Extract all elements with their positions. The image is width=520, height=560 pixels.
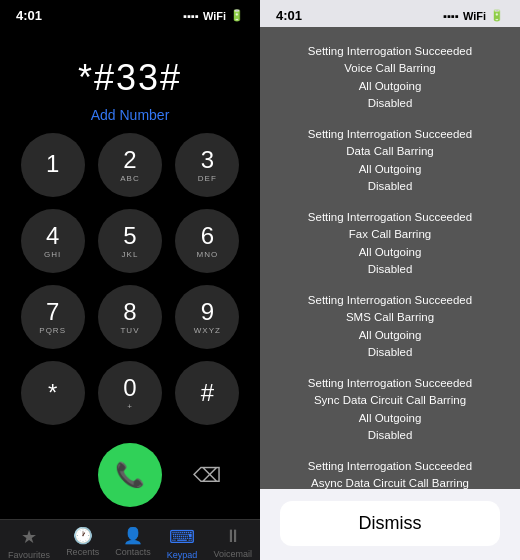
add-number-link[interactable]: Add Number <box>91 107 170 123</box>
call-button[interactable]: 📞 <box>98 443 162 507</box>
key-6[interactable]: 6 MNO <box>175 209 239 273</box>
right-signal-icon: ▪▪▪▪ <box>443 10 459 22</box>
key-7[interactable]: 7 PQRS <box>21 285 85 349</box>
dial-display: *#33# Add Number <box>0 27 260 123</box>
tab-contacts[interactable]: 👤 Contacts <box>115 526 151 560</box>
right-status-bar: 4:01 ▪▪▪▪ WiFi 🔋 <box>260 0 520 27</box>
delete-button[interactable]: ⌫ <box>187 455 227 495</box>
key-hash[interactable]: # <box>175 361 239 425</box>
dismiss-area: Dismiss <box>260 489 520 560</box>
keypad-icon: ⌨ <box>169 526 195 548</box>
right-wifi-icon: WiFi <box>463 10 486 22</box>
left-status-icons: ▪▪▪▪ WiFi 🔋 <box>183 9 244 22</box>
tab-favourites[interactable]: ★ Favourites <box>8 526 50 560</box>
message-5: Setting Interrogation SucceededSync Data… <box>270 375 510 444</box>
tab-bar: ★ Favourites 🕐 Recents 👤 Contacts ⌨ Keyp… <box>0 519 260 560</box>
message-6: Setting Interrogation SucceededAsync Dat… <box>270 458 510 489</box>
dismiss-button[interactable]: Dismiss <box>280 501 500 546</box>
star-icon: ★ <box>21 526 37 548</box>
left-status-bar: 4:01 ▪▪▪▪ WiFi 🔋 <box>0 0 260 27</box>
battery-icon: 🔋 <box>230 9 244 22</box>
key-0[interactable]: 0 + <box>98 361 162 425</box>
message-4: Setting Interrogation SucceededSMS Call … <box>270 292 510 361</box>
key-3[interactable]: 3 DEF <box>175 133 239 197</box>
message-1: Setting Interrogation SucceededVoice Cal… <box>270 43 510 112</box>
wifi-icon: WiFi <box>203 10 226 22</box>
right-status-icons: ▪▪▪▪ WiFi 🔋 <box>443 9 504 22</box>
backspace-icon: ⌫ <box>193 463 221 487</box>
person-icon: 👤 <box>123 526 143 545</box>
left-time: 4:01 <box>16 8 42 23</box>
voicemail-icon: ⏸ <box>224 526 242 547</box>
key-star[interactable]: * <box>21 361 85 425</box>
key-5[interactable]: 5 JKL <box>98 209 162 273</box>
signal-icon: ▪▪▪▪ <box>183 10 199 22</box>
left-panel: 4:01 ▪▪▪▪ WiFi 🔋 *#33# Add Number 1 2 AB… <box>0 0 260 560</box>
tab-keypad[interactable]: ⌨ Keypad <box>167 526 198 560</box>
message-3: Setting Interrogation SucceededFax Call … <box>270 209 510 278</box>
right-panel: 4:01 ▪▪▪▪ WiFi 🔋 Setting Interrogation S… <box>260 0 520 560</box>
tab-recents[interactable]: 🕐 Recents <box>66 526 99 560</box>
messages-area: Setting Interrogation SucceededVoice Cal… <box>260 27 520 489</box>
key-1[interactable]: 1 <box>21 133 85 197</box>
key-4[interactable]: 4 GHI <box>21 209 85 273</box>
dial-number: *#33# <box>78 57 182 99</box>
keypad: 1 2 ABC 3 DEF 4 GHI 5 JKL 6 MNO 7 PQRS 8 <box>0 123 260 435</box>
key-9[interactable]: 9 WXYZ <box>175 285 239 349</box>
bottom-row: 📞 ⌫ <box>0 435 260 519</box>
phone-icon: 📞 <box>115 461 145 489</box>
right-time: 4:01 <box>276 8 302 23</box>
key-2[interactable]: 2 ABC <box>98 133 162 197</box>
key-8[interactable]: 8 TUV <box>98 285 162 349</box>
right-battery-icon: 🔋 <box>490 9 504 22</box>
message-2: Setting Interrogation SucceededData Call… <box>270 126 510 195</box>
clock-icon: 🕐 <box>73 526 93 545</box>
tab-voicemail[interactable]: ⏸ Voicemail <box>213 526 252 560</box>
